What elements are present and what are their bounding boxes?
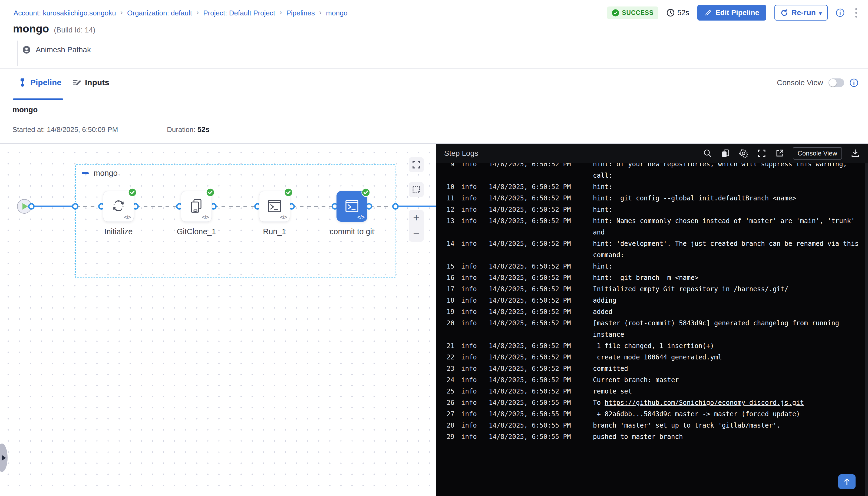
more-options-menu[interactable]	[853, 7, 860, 19]
log-message-line: [master (root-commit) 5843d9c] generated…	[593, 317, 865, 329]
canvas-select-button[interactable]	[409, 182, 424, 197]
zoom-in-button[interactable]: +	[409, 210, 424, 226]
tab-pipeline[interactable]: Pipeline	[18, 78, 61, 87]
edit-pipeline-button[interactable]: Edit Pipeline	[697, 5, 766, 20]
header-actions: SUCCESS 52s Edit Pipeline Re-run ▾	[607, 5, 860, 20]
breadcrumb-separator: ›	[319, 8, 322, 17]
started-value: 14/8/2025, 6:50:09 PM	[47, 125, 118, 134]
breadcrumb-item[interactable]: Project: Default Project	[203, 9, 275, 17]
canvas-fullscreen-button[interactable]	[409, 157, 424, 172]
log-timestamp: 14/8/2025, 6:50:52 PM	[484, 192, 588, 204]
log-open-new-tab-icon[interactable]	[775, 149, 784, 158]
log-timestamp: 14/8/2025, 6:50:52 PM	[484, 238, 588, 249]
log-message-line: + 82a6dbb...5843d9c master -> master (fo…	[593, 408, 865, 420]
log-line-number: 24	[436, 374, 454, 386]
scroll-to-top-button[interactable]	[838, 474, 855, 489]
code-marker: </>	[357, 214, 365, 220]
log-level: info	[454, 215, 484, 227]
log-line-number: 11	[436, 192, 454, 204]
log-message: hint: git config --global init.defaultBr…	[588, 192, 865, 204]
log-line-number: 21	[436, 340, 454, 352]
log-message-line: To https://github.com/Sonichigo/economy-…	[593, 397, 865, 408]
log-fullscreen-icon[interactable]	[757, 149, 766, 158]
log-row: 18info14/8/2025, 6:50:52 PMadding	[436, 295, 865, 306]
breadcrumb-separator: ›	[196, 8, 199, 17]
pipeline-step-initialize[interactable]: </>	[103, 191, 134, 222]
log-line-number: 15	[436, 261, 454, 272]
log-level: info	[454, 374, 484, 386]
user-icon	[22, 45, 31, 54]
log-line-number: 27	[436, 408, 454, 420]
log-settings-icon[interactable]	[739, 149, 748, 158]
log-line-number: 28	[436, 420, 454, 431]
log-row: 21info14/8/2025, 6:50:52 PM 1 file chang…	[436, 340, 865, 352]
log-row: 19info14/8/2025, 6:50:52 PMadded	[436, 306, 865, 317]
log-link[interactable]: https://github.com/Sonichigo/economy-dis…	[605, 399, 804, 406]
log-message-line: remote set	[593, 386, 865, 397]
log-message-line: hint:	[593, 261, 865, 272]
log-console-view-button[interactable]: Console View	[793, 147, 842, 159]
log-download-icon[interactable]	[851, 149, 860, 158]
log-message-line: Current branch: master	[593, 374, 865, 386]
pipeline-step-commit-to-git[interactable]: </>	[337, 191, 367, 222]
log-timestamp: 14/8/2025, 6:50:52 PM	[484, 306, 588, 317]
tab-inputs-label: Inputs	[85, 78, 109, 87]
log-message: [master (root-commit) 5843d9c] generated…	[588, 317, 865, 340]
breadcrumb: Account: kurosakiichigo.songoku›Organiza…	[14, 9, 347, 17]
log-message: create mode 100644 generated.yml	[588, 352, 865, 363]
log-row: 26info14/8/2025, 6:50:55 PMTo https://gi…	[436, 397, 865, 408]
collapse-stage-icon[interactable]	[82, 172, 89, 174]
step-success-badge	[361, 188, 370, 198]
log-copy-icon[interactable]	[721, 149, 730, 158]
duration-label: Duration:	[167, 125, 196, 134]
log-output[interactable]: 9info14/8/2025, 6:50:52 PMhint: of your …	[436, 164, 865, 496]
step-logs-title: Step Logs	[444, 149, 478, 158]
step-success-badge	[206, 188, 215, 198]
log-message: remote set	[588, 386, 865, 397]
log-message: adding	[588, 295, 865, 306]
connector-pending	[292, 206, 335, 207]
breadcrumb-item[interactable]: Account: kurosakiichigo.songoku	[14, 9, 116, 17]
info-icon[interactable]	[836, 9, 844, 17]
tab-inputs[interactable]: Inputs	[73, 78, 109, 87]
tab-bar: Pipeline Inputs Console View	[0, 68, 868, 100]
breadcrumb-item[interactable]: Pipelines	[286, 9, 315, 17]
breadcrumb-item[interactable]: mongo	[326, 9, 347, 17]
log-line-number: 14	[436, 238, 454, 249]
log-message: hint: 'development'. The just-created br…	[588, 238, 865, 261]
rerun-caret-icon[interactable]: ▾	[819, 10, 822, 16]
log-row: 12info14/8/2025, 6:50:52 PMhint:	[436, 204, 865, 215]
log-scrollbar[interactable]	[865, 164, 868, 496]
log-message-line: hint: Names commonly chosen instead of '…	[593, 215, 865, 227]
log-level: info	[454, 204, 484, 215]
run-info-strip: mongo Started at: 14/8/2025, 6:50:09 PM …	[0, 100, 868, 144]
log-level: info	[454, 272, 484, 283]
expand-panel-handle[interactable]	[0, 444, 7, 472]
top-bar: Account: kurosakiichigo.songoku›Organiza…	[0, 0, 868, 26]
console-view-info-icon[interactable]	[850, 78, 858, 87]
log-search-icon[interactable]	[703, 149, 712, 158]
zoom-out-button[interactable]: −	[409, 226, 424, 242]
log-timestamp: 14/8/2025, 6:50:55 PM	[484, 420, 588, 431]
breadcrumb-separator: ›	[279, 8, 282, 17]
log-line-number: 20	[436, 317, 454, 329]
log-level: info	[454, 261, 484, 272]
pipeline-execution-page: Account: kurosakiichigo.songoku›Organiza…	[0, 0, 868, 496]
connector-executed	[396, 205, 436, 207]
log-level: info	[454, 352, 484, 363]
breadcrumb-separator: ›	[120, 8, 123, 17]
log-row: 10info14/8/2025, 6:50:52 PMhint:	[436, 181, 865, 192]
log-level: info	[454, 238, 484, 249]
rerun-button[interactable]: Re-run ▾	[774, 5, 828, 20]
pipeline-step-gitclone-1[interactable]: </>	[181, 191, 212, 222]
pipeline-canvas[interactable]: mongo </>Initialize</>GitClone_1</>Run_1…	[0, 144, 436, 496]
log-message-line: branch 'master' set up to track 'gitlab/…	[593, 420, 865, 431]
rerun-label: Re-run	[791, 9, 816, 17]
log-row: 25info14/8/2025, 6:50:52 PMremote set	[436, 386, 865, 397]
console-view-toggle[interactable]	[828, 78, 844, 87]
pencil-icon	[704, 9, 712, 16]
log-timestamp: 14/8/2025, 6:50:52 PM	[484, 363, 588, 374]
pipeline-step-run-1[interactable]: </>	[259, 191, 290, 222]
log-level: info	[454, 164, 484, 170]
breadcrumb-item[interactable]: Organization: default	[127, 9, 192, 17]
